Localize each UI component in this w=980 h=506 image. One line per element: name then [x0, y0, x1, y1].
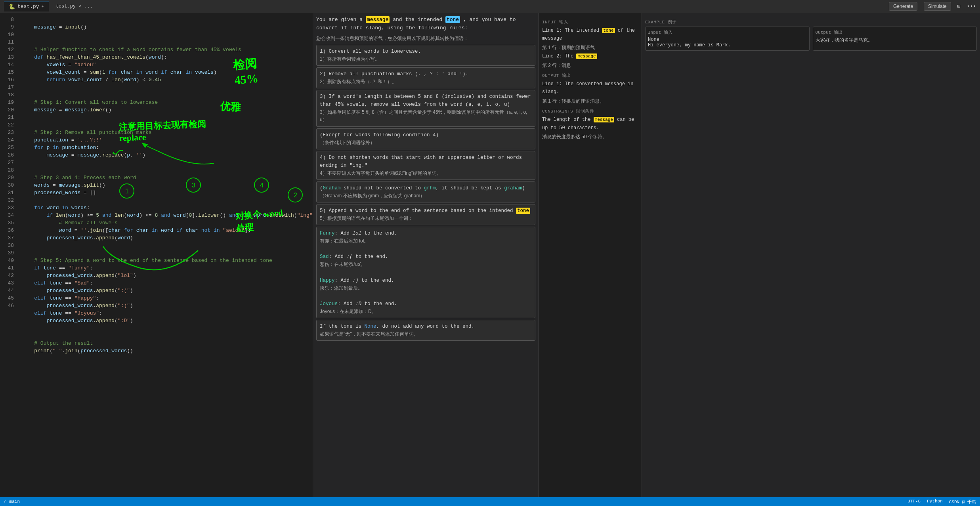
- rule1-cn: 1）将所有单词转换为小写。: [320, 55, 532, 63]
- status-right: UTF-8 Python CSDN @ 千惠: [907, 499, 976, 505]
- happy-rule: Happy: Add :) to the end.: [320, 277, 532, 285]
- rule3-ex-en: (Except for words following condition 4): [320, 131, 532, 139]
- example-title: Example 例子: [645, 19, 977, 25]
- rule4-ex-en: (Graham should not be converted to grhm,…: [320, 184, 532, 192]
- rule5-en: 5) Append a word to the end of the sente…: [320, 207, 532, 215]
- status-branch: ⑃ main: [4, 499, 20, 504]
- sad-rule: Sad: Add :( to the end.: [320, 253, 532, 261]
- status-encoding: UTF-8: [907, 499, 921, 505]
- example-output-line1: 大家好，我的名字是马克。: [816, 37, 974, 44]
- tone-options: Funny: Add lol to the end. 有趣：在最后添加 lol。…: [316, 227, 535, 318]
- rule3-section: 3) If a word's length is between 5 and 8…: [316, 90, 535, 126]
- rule2-section: 2) Remove all punctuation marks (. , ? :…: [316, 67, 535, 88]
- output-section-title: Output 输出: [542, 73, 638, 78]
- example-input-line2: Hi everyone, my name is Mark.: [648, 42, 807, 48]
- funny-cn: 有趣：在最后添加 lol。: [320, 237, 532, 245]
- example-input-title: Input 输入: [648, 29, 807, 35]
- more-icon[interactable]: •••: [967, 4, 976, 10]
- example-output-col: Output 输出 大家好，我的名字是马克。: [813, 27, 977, 51]
- rule4-example: (Graham should not be converted to grhm,…: [316, 181, 535, 202]
- none-en: If the tone is None, do not add any word…: [320, 323, 532, 330]
- rule1-section: 1) Convert all words to lowercase. 1）将所有…: [316, 45, 535, 66]
- constraint1: The length of the message can be up to 5…: [542, 116, 638, 132]
- rule2-cn: 2）删除所有标点符号（.,?:'和！）。: [320, 78, 532, 86]
- main-content: 8 9 10 11 12 13 14 15 16 17 18 19 20 21 …: [0, 13, 980, 497]
- input-line2-cn: 第 2 行：消息: [542, 61, 638, 69]
- problem-intro: You are given a message and the intended…: [316, 16, 535, 32]
- tab-test-py[interactable]: 🐍 test.py ●: [4, 2, 49, 11]
- rule4-en: 4) Do not shorten words that start with …: [320, 154, 532, 170]
- title-bar: 🐍 test.py ● test.py > ... Generate Simul…: [0, 0, 980, 13]
- none-cn: 如果语气是"无"，则不要在末尾添加任何单词。: [320, 330, 532, 338]
- example-input-line1: None: [648, 37, 807, 42]
- tone-highlight: tone: [445, 16, 460, 23]
- joyous-cn: Joyous：在末尾添加：D。: [320, 308, 532, 315]
- rule3-ex-cn: （条件4以下的词语除外）: [320, 139, 532, 147]
- code-content[interactable]: message = input() # Helper function to c…: [18, 13, 313, 497]
- title-bar-right: Generate Simulate ⊞ •••: [889, 2, 976, 11]
- info-panel[interactable]: Input 输入 Line 1: The intended tone of th…: [539, 13, 642, 497]
- and-text: and the intended: [393, 17, 445, 23]
- rule5-section: 5) Append a word to the end of the sente…: [316, 204, 535, 225]
- breadcrumb: test.py > ...: [56, 4, 93, 9]
- tab-label: test.py: [17, 4, 39, 10]
- input-line1: Line 1: The intended tone of the message: [542, 27, 638, 43]
- rule1-en: 1) Convert all words to lowercase.: [320, 48, 532, 55]
- tab-modified-dot: ●: [42, 4, 44, 9]
- python-icon: 🐍: [9, 4, 15, 10]
- input-section-title: Input 输入: [542, 19, 638, 25]
- line-numbers: 8 9 10 11 12 13 14 15 16 17 18 19 20 21 …: [0, 13, 18, 497]
- rule3-en: 3) If a word's length is between 5 and 8…: [320, 93, 532, 109]
- simulate-button[interactable]: Simulate: [924, 2, 951, 11]
- output-line1-cn: 第 1 行：转换后的俚语消息。: [542, 97, 638, 105]
- generate-button[interactable]: Generate: [889, 2, 917, 11]
- sad-cn: 悲伤：在末尾添加:(。: [320, 261, 532, 268]
- rule2-en: 2) Remove all punctuation marks (. , ? :…: [320, 70, 532, 78]
- happy-cn: 快乐：添加到最后。: [320, 285, 532, 292]
- rule4-section: 4) Do not shorten words that start with …: [316, 151, 535, 180]
- title-bar-left: 🐍 test.py ● test.py > ...: [4, 2, 93, 11]
- none-rule: If the tone is None, do not add any word…: [316, 320, 535, 341]
- problem-panel[interactable]: You are given a message and the intended…: [313, 13, 539, 497]
- example-output-title: Output 输出: [816, 29, 974, 35]
- status-bar: ⑃ main UTF-8 Python CSDN @ 千惠: [0, 497, 980, 506]
- example-columns: Input 输入 None Hi everyone, my name is Ma…: [645, 27, 977, 51]
- rule4-ex-cn: （Graham 不应转换为 grhm，应保留为 graham）: [320, 192, 532, 200]
- rule4-cn: 4）不要缩短以大写字母开头的单词或以"ing"结尾的单词。: [320, 170, 532, 177]
- rule5-cn: 5）根据预期的语气在句子末尾添加一个词：: [320, 215, 532, 222]
- rule3-except: (Except for words following condition 4)…: [316, 128, 535, 149]
- input-line1-cn: 第 1 行：预期的预期语气: [542, 44, 638, 52]
- message-highlight: message: [366, 16, 390, 23]
- funny-rule: Funny: Add lol to the end.: [320, 229, 532, 237]
- code-area: 8 9 10 11 12 13 14 15 16 17 18 19 20 21 …: [0, 13, 313, 497]
- right-panel: You are given a message and the intended…: [313, 13, 980, 497]
- constraint1-cn: 消息的长度最多达 50 个字符。: [542, 133, 638, 141]
- code-editor: 8 9 10 11 12 13 14 15 16 17 18 19 20 21 …: [0, 13, 313, 497]
- output-line1: Line 1: The converted message in slang.: [542, 80, 638, 96]
- layout-icon[interactable]: ⊞: [957, 3, 961, 10]
- rule3-cn: 3）如果单词长度在 5 到 8（含）之间且元音含量少于 45%，则删除该单词中的…: [320, 109, 532, 124]
- input-line2: Line 2: The message: [542, 52, 638, 60]
- example-panel[interactable]: Example 例子 Input 输入 None Hi everyone, my…: [642, 13, 980, 497]
- constraints-section-title: Constraints 限制条件: [542, 108, 638, 114]
- example-input-col: Input 输入 None Hi everyone, my name is Ma…: [645, 27, 810, 51]
- problem-intro-cn: 您会收到一条消息和预期的语气，您必须使用以下规则将其转换为俚语：: [316, 35, 535, 42]
- joyous-rule: Joyous: Add :D to the end.: [320, 300, 532, 308]
- status-language: Python: [927, 499, 943, 505]
- intro-text: You are given a: [316, 17, 366, 23]
- status-user: CSDN @ 千惠: [949, 499, 976, 505]
